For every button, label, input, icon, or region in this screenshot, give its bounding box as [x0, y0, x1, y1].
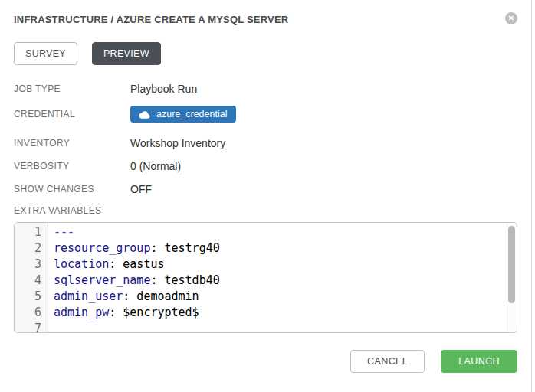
- extra-variables-editor[interactable]: 1---2resource_group: testrg403location: …: [14, 222, 517, 333]
- code-text: location: eastus: [48, 256, 165, 273]
- verbosity-value: 0 (Normal): [130, 159, 181, 174]
- line-number: 4: [15, 273, 48, 289]
- editor-scrollbar[interactable]: [507, 224, 516, 332]
- credential-badge-label: azure_credential: [156, 109, 227, 119]
- dialog-actions: CANCEL LAUNCH: [14, 350, 517, 373]
- cloud-icon: [139, 110, 150, 119]
- show-changes-label: SHOW CHANGES: [14, 184, 130, 195]
- line-number: 3: [15, 256, 48, 273]
- code-text: admin_user: demoadmin: [48, 289, 199, 305]
- code-text: [48, 321, 54, 333]
- credential-badge[interactable]: azure_credential: [130, 106, 236, 122]
- code-text: ---: [48, 224, 74, 240]
- credential-row: CREDENTIAL azure_credential: [14, 106, 517, 122]
- line-number: 7: [15, 321, 48, 333]
- verbosity-label: VERBOSITY: [14, 161, 130, 172]
- dialog-header: INFRASTRUCTURE / AZURE CREATE A MYSQL SE…: [14, 12, 517, 26]
- scrollbar-thumb[interactable]: [508, 226, 515, 303]
- show-changes-value: OFF: [130, 182, 152, 197]
- modal-right-edge: [531, 0, 532, 392]
- inventory-value: Workshop Inventory: [130, 136, 225, 151]
- code-line: 4sqlserver_name: testdb40: [15, 273, 517, 289]
- code-line: 1---: [15, 224, 517, 240]
- code-text: admin_pw: $encrypted$: [48, 305, 199, 321]
- code-text: resource_group: testrg40: [48, 240, 220, 256]
- close-icon[interactable]: ✕: [505, 12, 517, 24]
- job-launch-preview-dialog: INFRASTRUCTURE / AZURE CREATE A MYSQL SE…: [0, 0, 535, 392]
- job-type-value: Playbook Run: [130, 82, 197, 96]
- page-title: INFRASTRUCTURE / AZURE CREATE A MYSQL SE…: [14, 12, 288, 26]
- line-number: 5: [15, 289, 48, 305]
- show-changes-row: SHOW CHANGES OFF: [14, 182, 517, 197]
- cancel-button[interactable]: CANCEL: [350, 350, 425, 373]
- inventory-label: INVENTORY: [14, 138, 130, 149]
- launch-button[interactable]: LAUNCH: [441, 350, 517, 373]
- tab-preview[interactable]: PREVIEW: [92, 42, 161, 65]
- job-type-label: JOB TYPE: [14, 83, 130, 95]
- code-line: 7: [15, 321, 517, 333]
- code-line: 2resource_group: testrg40: [15, 240, 517, 256]
- credential-label: CREDENTIAL: [14, 109, 130, 120]
- line-number: 1: [15, 224, 48, 240]
- editor-lines: 1---2resource_group: testrg403location: …: [15, 223, 517, 333]
- line-number: 2: [15, 240, 48, 256]
- line-number: 6: [15, 305, 48, 321]
- code-line: 3location: eastus: [15, 256, 517, 273]
- code-text: sqlserver_name: testdb40: [48, 273, 220, 289]
- extra-variables-label: EXTRA VARIABLES: [14, 205, 130, 217]
- job-type-row: JOB TYPE Playbook Run: [14, 82, 517, 96]
- verbosity-row: VERBOSITY 0 (Normal): [14, 159, 517, 174]
- tab-survey[interactable]: SURVEY: [14, 42, 77, 65]
- code-line: 5admin_user: demoadmin: [15, 289, 517, 305]
- dialog-tabs: SURVEY PREVIEW: [14, 42, 517, 65]
- code-line: 6admin_pw: $encrypted$: [15, 305, 517, 321]
- job-details: JOB TYPE Playbook Run CREDENTIAL azure_c…: [14, 82, 517, 333]
- inventory-row: INVENTORY Workshop Inventory: [14, 136, 517, 151]
